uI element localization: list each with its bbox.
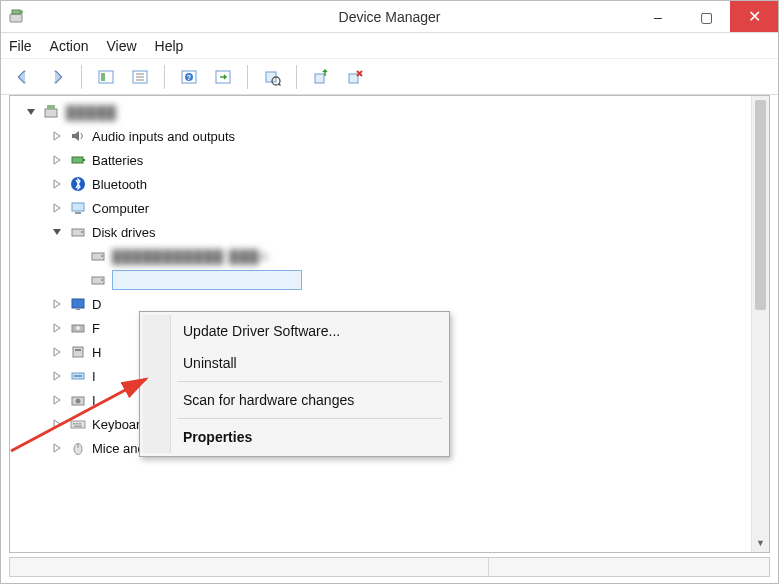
expand-icon[interactable] xyxy=(50,417,64,431)
keyboard-icon xyxy=(68,414,88,434)
expand-icon[interactable] xyxy=(50,129,64,143)
svg-rect-36 xyxy=(75,349,81,351)
svg-point-2 xyxy=(19,10,23,14)
svg-point-34 xyxy=(76,326,80,330)
hid-icon xyxy=(68,342,88,362)
svg-point-26 xyxy=(81,231,83,233)
svg-rect-20 xyxy=(72,157,83,163)
tree-root[interactable]: █████ xyxy=(10,100,751,124)
toolbar-separator xyxy=(296,65,297,89)
status-pane xyxy=(10,558,489,576)
status-bar xyxy=(9,557,770,577)
svg-rect-1 xyxy=(12,10,20,14)
context-menu-uninstall[interactable]: Uninstall xyxy=(143,347,446,379)
expand-icon[interactable] xyxy=(50,393,64,407)
help-button[interactable]: ? xyxy=(175,63,203,91)
maximize-button[interactable]: ▢ xyxy=(682,1,730,32)
uninstall-button[interactable] xyxy=(341,63,369,91)
svg-rect-44 xyxy=(79,423,81,425)
svg-rect-19 xyxy=(47,105,55,109)
minimize-button[interactable]: – xyxy=(634,1,682,32)
titlebar: Device Manager – ▢ ✕ xyxy=(1,1,778,33)
menu-file[interactable]: File xyxy=(9,38,32,54)
tree-label: I xyxy=(92,369,96,384)
tree-label: Computer xyxy=(92,201,149,216)
tree-device[interactable]: ███████████ ███A xyxy=(10,244,751,268)
toolbar-separator xyxy=(81,65,82,89)
menu-view[interactable]: View xyxy=(106,38,136,54)
scroll-down-icon[interactable]: ▼ xyxy=(752,534,769,552)
menu-help[interactable]: Help xyxy=(155,38,184,54)
tree-label: D xyxy=(92,297,101,312)
context-menu-scan[interactable]: Scan for hardware changes xyxy=(143,384,446,416)
tree-label: F xyxy=(92,321,100,336)
expand-icon[interactable] xyxy=(50,321,64,335)
tree-root-label: █████ xyxy=(66,105,117,120)
tree-label: H xyxy=(92,345,101,360)
tree-category[interactable]: Computer xyxy=(10,196,751,220)
bluetooth-icon xyxy=(68,174,88,194)
context-menu: Update Driver Software... Uninstall Scan… xyxy=(139,311,450,457)
ide-icon xyxy=(68,366,88,386)
menubar: File Action View Help xyxy=(1,33,778,59)
mouse-icon xyxy=(68,438,88,458)
toolbar-separator xyxy=(164,65,165,89)
properties-button[interactable] xyxy=(126,63,154,91)
svg-rect-0 xyxy=(10,14,22,22)
tree-category[interactable]: Batteries xyxy=(10,148,751,172)
display-icon xyxy=(68,294,88,314)
context-menu-properties[interactable]: Properties xyxy=(143,421,446,453)
back-button[interactable] xyxy=(9,63,37,91)
scroll-thumb[interactable] xyxy=(755,100,766,310)
imaging-icon xyxy=(68,390,88,410)
tree-label: I xyxy=(92,393,96,408)
tree-label: Batteries xyxy=(92,153,143,168)
svg-rect-31 xyxy=(72,299,84,308)
speaker-icon xyxy=(68,126,88,146)
svg-rect-43 xyxy=(76,423,78,425)
svg-rect-38 xyxy=(74,375,82,377)
update-driver-button[interactable] xyxy=(307,63,335,91)
computer-icon xyxy=(42,102,62,122)
tree-label: ███████████ ███A xyxy=(112,249,269,264)
vertical-scrollbar[interactable]: ▲ ▼ xyxy=(751,96,769,552)
expand-icon[interactable] xyxy=(50,177,64,191)
menu-action[interactable]: Action xyxy=(50,38,89,54)
expand-icon[interactable] xyxy=(50,297,64,311)
tree-label: Audio inputs and outputs xyxy=(92,129,235,144)
disk-icon xyxy=(88,246,108,266)
expand-icon[interactable] xyxy=(50,153,64,167)
show-hidden-button[interactable] xyxy=(92,63,120,91)
disk-icon xyxy=(68,222,88,242)
expand-icon[interactable] xyxy=(50,441,64,455)
forward-button[interactable] xyxy=(43,63,71,91)
tree-device-selected[interactable] xyxy=(10,268,751,292)
window-buttons: – ▢ ✕ xyxy=(634,1,778,32)
svg-rect-4 xyxy=(101,73,105,81)
computer-icon xyxy=(68,198,88,218)
svg-rect-18 xyxy=(45,109,57,117)
svg-rect-42 xyxy=(73,423,75,425)
context-menu-separator xyxy=(177,381,442,382)
tree-category[interactable]: Bluetooth xyxy=(10,172,751,196)
context-menu-update-driver[interactable]: Update Driver Software... xyxy=(143,315,446,347)
expand-icon[interactable] xyxy=(50,369,64,383)
disk-icon xyxy=(88,270,108,290)
status-pane xyxy=(489,558,769,576)
dvd-icon xyxy=(68,318,88,338)
expand-icon[interactable] xyxy=(50,345,64,359)
tree-label: Disk drives xyxy=(92,225,156,240)
collapse-icon[interactable] xyxy=(50,225,64,239)
svg-rect-23 xyxy=(72,203,84,211)
tree-category-disk-drives[interactable]: Disk drives xyxy=(10,220,751,244)
tree-category[interactable]: Audio inputs and outputs xyxy=(10,124,751,148)
svg-rect-16 xyxy=(315,74,324,83)
close-button[interactable]: ✕ xyxy=(730,1,778,32)
svg-rect-21 xyxy=(83,159,85,161)
expand-icon[interactable] xyxy=(50,201,64,215)
action-button[interactable] xyxy=(209,63,237,91)
scan-hardware-button[interactable] xyxy=(258,63,286,91)
expand-collapse-icon[interactable] xyxy=(24,105,38,119)
svg-rect-32 xyxy=(76,309,80,310)
svg-rect-45 xyxy=(74,426,82,427)
